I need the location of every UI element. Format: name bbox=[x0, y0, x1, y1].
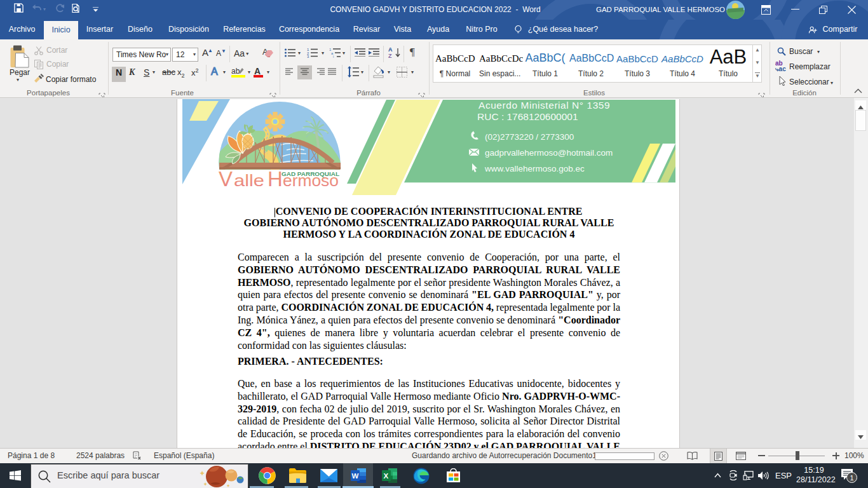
svg-text:H: H bbox=[268, 167, 283, 191]
svg-text:V: V bbox=[219, 167, 233, 191]
svg-text:W: W bbox=[352, 472, 359, 480]
svg-text:alle: alle bbox=[234, 171, 264, 190]
svg-text:www.vallehermoso.gob.ec: www.vallehermoso.gob.ec bbox=[484, 164, 585, 173]
svg-text:(02)2773220 / 2773300: (02)2773220 / 2773300 bbox=[485, 132, 574, 142]
svg-text:i: i bbox=[333, 55, 334, 58]
svg-text:gadprvallehermoso@hotmail.com: gadprvallehermoso@hotmail.com bbox=[485, 148, 613, 158]
svg-text:GAD PARROQUIAL: GAD PARROQUIAL bbox=[281, 170, 339, 177]
svg-text:Acuerdo Ministerial N° 1359: Acuerdo Ministerial N° 1359 bbox=[478, 100, 610, 111]
svg-text:RUC : 1768120600001: RUC : 1768120600001 bbox=[477, 111, 578, 122]
svg-text:X: X bbox=[384, 472, 389, 480]
svg-text:3: 3 bbox=[307, 55, 309, 58]
